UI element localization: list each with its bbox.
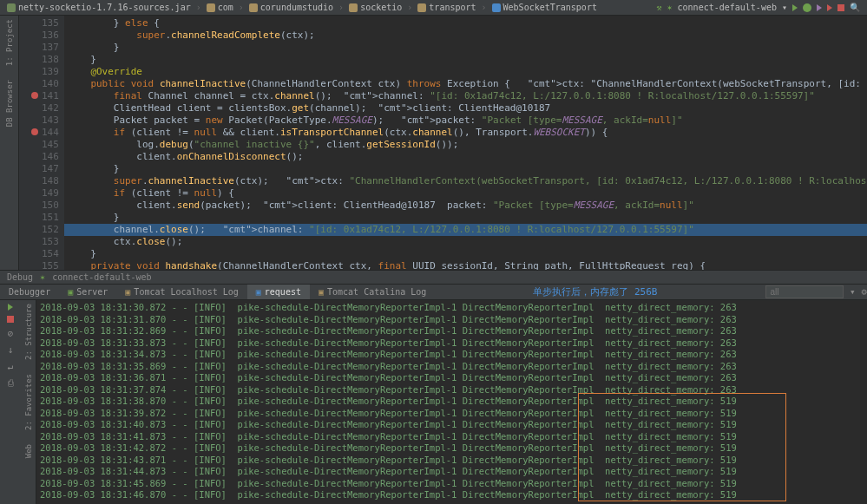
log-line[interactable]: 2018-09-03 18:31:31.870 - - [INFO] pike-… — [40, 314, 864, 326]
code-line[interactable]: ctx.close(); — [64, 236, 867, 248]
scroll-icon[interactable]: ↓ — [8, 344, 14, 356]
code-line[interactable]: } — [64, 54, 867, 66]
web-tool-tab[interactable]: Web — [24, 444, 33, 458]
code-line[interactable]: log.debug("channel inactive {}", client.… — [64, 139, 867, 151]
line-number[interactable]: 140 — [31, 78, 59, 90]
code-line[interactable]: } — [64, 212, 867, 224]
log-line[interactable]: 2018-09-03 18:31:34.873 - - [INFO] pike-… — [40, 349, 864, 361]
clear-icon[interactable]: ⊘ — [8, 328, 14, 339]
stop-icon[interactable] — [837, 4, 844, 11]
log-line[interactable]: 2018-09-03 18:31:37.874 - - [INFO] pike-… — [40, 384, 864, 396]
line-number[interactable]: 155 — [31, 260, 59, 270]
hammer-icon[interactable]: ⚒ — [656, 3, 661, 12]
code-line[interactable]: super.channelReadComplete(ctx); — [64, 29, 867, 42]
log-line[interactable]: 2018-09-03 18:31:39.872 - - [INFO] pike-… — [40, 408, 864, 420]
code-line[interactable]: super.channelInactive(ctx); "cmt">ctx: "… — [64, 175, 867, 187]
structure-tool-tab[interactable]: 2: Structure — [24, 304, 33, 360]
log-line[interactable]: 2018-09-03 18:31:45.869 - - [INFO] pike-… — [40, 478, 864, 490]
project-tool-tab[interactable]: 1: Project — [5, 19, 14, 66]
log-line[interactable]: 2018-09-03 18:31:46.870 - - [INFO] pike-… — [40, 489, 864, 501]
line-number[interactable]: 139 — [31, 66, 59, 78]
log-line[interactable]: 2018-09-03 18:31:33.873 - - [INFO] pike-… — [40, 337, 864, 350]
code-line[interactable]: } else { — [64, 17, 867, 29]
request-tab[interactable]: ▣request — [247, 285, 310, 299]
log-line[interactable]: 2018-09-03 18:31:30.872 - - [INFO] pike-… — [40, 302, 864, 314]
code-line[interactable]: channel.close(); "cmt">channel: "[id: 0x… — [64, 224, 867, 236]
run-config-selector[interactable]: ✶ connect-default-web ▾ — [667, 3, 788, 12]
stop-icon[interactable] — [7, 316, 14, 323]
favorites-tool-tab[interactable]: 2: Favorites — [24, 374, 33, 430]
line-number[interactable]: 135 — [31, 17, 59, 29]
code-line[interactable]: } — [64, 248, 867, 260]
line-number[interactable]: 138 — [31, 54, 59, 66]
settings-icon[interactable]: ⚙ — [861, 286, 867, 298]
code-line[interactable]: @Override — [64, 66, 867, 78]
tomcat-localhost-log-tab[interactable]: ▣Tomcat Localhost Log — [116, 285, 246, 299]
console-gutter: ⊘ ↓ ↵ ⎙ — [0, 300, 21, 504]
line-number[interactable]: 146 — [31, 151, 59, 163]
line-number[interactable]: 136 — [31, 29, 59, 42]
code-content[interactable]: } else { super.channelReadComplete(ctx);… — [64, 16, 867, 270]
line-number[interactable]: 149 — [31, 187, 59, 200]
code-line[interactable]: public void channelInactive(ChannelHandl… — [64, 78, 867, 90]
dropdown-icon[interactable]: ▾ — [850, 286, 856, 298]
breakpoint-icon[interactable] — [31, 92, 38, 99]
code-line[interactable]: if (client != null) { — [64, 187, 867, 200]
log-line[interactable]: 2018-09-03 18:31:40.873 - - [INFO] pike-… — [40, 419, 864, 431]
code-line[interactable]: final Channel channel = ctx.channel(); "… — [64, 90, 867, 102]
log-line[interactable]: 2018-09-03 18:31:32.869 - - [INFO] pike-… — [40, 325, 864, 337]
line-number[interactable]: 137 — [31, 42, 59, 54]
soft-wrap-icon[interactable]: ↵ — [8, 361, 14, 372]
server-tab[interactable]: ▣Server — [59, 285, 116, 299]
log-line[interactable]: 2018-09-03 18:31:36.871 - - [INFO] pike-… — [40, 372, 864, 384]
console-output[interactable]: 2018-09-03 18:31:30.872 - - [INFO] pike-… — [36, 300, 867, 504]
line-number[interactable]: 154 — [31, 248, 59, 260]
breadcrumb-item[interactable]: corundumstudio — [249, 3, 333, 12]
line-number[interactable]: 152 — [31, 224, 59, 236]
editor[interactable]: 1351361371381391401411421431441451461471… — [19, 16, 867, 270]
db-browser-tab[interactable]: DB Browser — [5, 80, 14, 127]
line-number[interactable]: 145 — [31, 139, 59, 151]
code-line[interactable]: Packet packet = new Packet(PacketType.ME… — [64, 115, 867, 127]
breakpoint-icon[interactable] — [31, 128, 38, 135]
debug-icon[interactable] — [803, 3, 811, 12]
code-line[interactable]: ClientHead client = clientsBox.get(chann… — [64, 102, 867, 115]
breadcrumb-item[interactable]: WebSocketTransport — [492, 3, 597, 12]
log-filter-input[interactable] — [765, 285, 844, 298]
code-line[interactable]: if (client != null && client.isTransport… — [64, 127, 867, 139]
line-number[interactable]: 151 — [31, 212, 59, 224]
code-line[interactable]: } — [64, 163, 867, 175]
log-line[interactable]: 2018-09-03 18:31:44.873 - - [INFO] pike-… — [40, 466, 864, 478]
code-line[interactable]: client.onChannelDisconnect(); — [64, 151, 867, 163]
log-line[interactable]: 2018-09-03 18:31:41.873 - - [INFO] pike-… — [40, 431, 864, 443]
line-number[interactable]: 141 — [31, 90, 59, 102]
line-number[interactable]: 147 — [31, 163, 59, 175]
code-line[interactable]: client.send(packet); "cmt">client: Clien… — [64, 200, 867, 212]
line-number[interactable]: 153 — [31, 236, 59, 248]
breadcrumb-item[interactable]: com — [207, 3, 233, 12]
line-number[interactable]: 142 — [31, 102, 59, 115]
print-icon[interactable]: ⎙ — [8, 377, 14, 389]
log-line[interactable]: 2018-09-03 18:31:38.870 - - [INFO] pike-… — [40, 396, 864, 408]
run-coverage-icon[interactable] — [817, 4, 822, 11]
code-line[interactable]: } — [64, 42, 867, 54]
breadcrumb-item[interactable]: netty-socketio-1.7.16-sources.jar — [7, 3, 191, 12]
line-number[interactable]: 150 — [31, 200, 59, 212]
tomcat-catalina-log-tab[interactable]: ▣Tomcat Catalina Log — [310, 285, 435, 299]
log-line[interactable]: 2018-09-03 18:31:43.871 - - [INFO] pike-… — [40, 455, 864, 467]
code-line[interactable]: private void handshake(ChannelHandlerCon… — [64, 260, 867, 270]
rerun-icon[interactable] — [8, 304, 13, 311]
breadcrumb-item[interactable]: transport — [417, 3, 476, 12]
line-number-gutter[interactable]: 1351361371381391401411421431441451461471… — [19, 16, 64, 270]
profile-icon[interactable] — [827, 4, 832, 11]
line-number[interactable]: 143 — [31, 115, 59, 127]
line-number[interactable]: 148 — [31, 175, 59, 187]
log-line[interactable]: 2018-09-03 18:31:42.872 - - [INFO] pike-… — [40, 442, 864, 455]
search-icon[interactable]: 🔍 — [850, 3, 860, 12]
chevron-right-icon: › — [482, 3, 487, 12]
line-number[interactable]: 144 — [31, 127, 59, 139]
run-icon[interactable] — [792, 4, 798, 11]
log-line[interactable]: 2018-09-03 18:31:35.869 - - [INFO] pike-… — [40, 361, 864, 373]
debugger-tab[interactable]: Debugger — [0, 285, 59, 299]
breadcrumb-item[interactable]: socketio — [349, 3, 402, 12]
